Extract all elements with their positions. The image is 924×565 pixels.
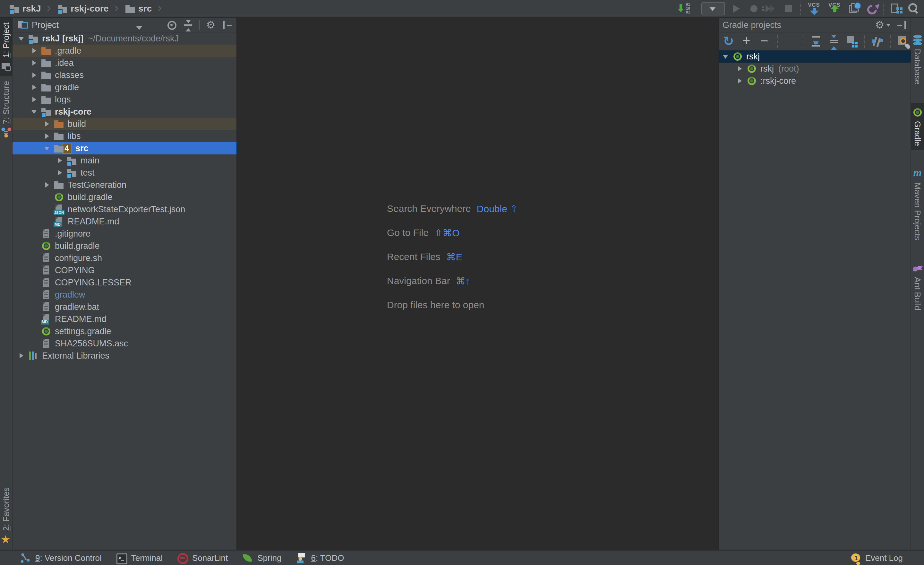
update-project-binary-icon[interactable]: 011001 xyxy=(679,2,696,15)
expand-arrow-icon[interactable] xyxy=(30,47,39,55)
project-view-dropdown-icon[interactable] xyxy=(136,26,142,33)
expand-arrow-icon[interactable] xyxy=(736,65,744,73)
tool-window-button[interactable]: 2: Favorites xyxy=(0,483,12,550)
tree-row[interactable]: rskJ [rskj] ~/Documents/code/rskJ xyxy=(12,32,237,45)
tree-row[interactable]: test xyxy=(12,167,237,179)
tree-row[interactable]: .gradle xyxy=(12,45,237,57)
expand-arrow-icon[interactable] xyxy=(44,132,52,140)
collapse-all-icon[interactable] xyxy=(183,19,194,31)
tool-window-button[interactable]: 1: Project xyxy=(0,18,12,77)
tree-row[interactable]: logs xyxy=(12,93,237,106)
statusbar-widget[interactable]: 6: TODO xyxy=(296,553,344,564)
gradle-settings-icon[interactable] xyxy=(898,36,909,47)
hide-panel-icon[interactable] xyxy=(222,19,233,31)
statusbar-widget[interactable]: Spring xyxy=(242,553,281,564)
expand-all-icon[interactable] xyxy=(810,36,822,47)
tree-row[interactable]: rskj xyxy=(718,50,910,63)
event-log-widget[interactable]: Event Log xyxy=(850,553,924,564)
statusbar-widget[interactable]: 9: Version Control xyxy=(20,553,102,564)
project-structure-icon[interactable] xyxy=(890,2,902,15)
expand-arrow-icon[interactable] xyxy=(44,120,52,128)
proj-icon xyxy=(1,61,12,72)
tree-row[interactable]: build.gradle xyxy=(12,191,237,203)
tree-row[interactable]: rskj (root) xyxy=(718,63,910,75)
project-panel-title[interactable]: Project xyxy=(32,20,59,30)
toolbar-separator xyxy=(864,35,866,48)
tree-row[interactable]: libs xyxy=(12,130,237,142)
breadcrumb-item[interactable]: src xyxy=(123,3,164,15)
vcs-update-button[interactable]: VCS xyxy=(807,2,822,15)
tree-row[interactable]: COPYING.LESSER xyxy=(12,276,237,289)
offline-mode-icon[interactable] xyxy=(872,36,884,47)
tool-window-button[interactable]: Gradle xyxy=(911,103,924,150)
run-configuration-select[interactable] xyxy=(701,2,725,15)
tool-window-button[interactable]: Database xyxy=(911,31,924,88)
tree-item-label: README.md xyxy=(68,217,119,227)
tree-row[interactable]: main xyxy=(12,155,237,167)
tree-row[interactable]: TestGeneration xyxy=(12,179,237,191)
statusbar-widget[interactable]: SonarLint xyxy=(177,553,228,564)
expand-arrow-icon[interactable] xyxy=(30,95,39,104)
expand-arrow-icon[interactable] xyxy=(18,352,26,360)
statusbar-widget-label: Terminal xyxy=(131,553,163,563)
tree-row[interactable]: .gitignore xyxy=(12,228,237,240)
gradle-settings[interactable]: ⚙ xyxy=(874,19,891,31)
rollback-button[interactable] xyxy=(866,2,877,15)
panel-settings[interactable]: ⚙ xyxy=(205,19,217,31)
breadcrumb-item[interactable]: rskj-core xyxy=(55,3,121,15)
debug-button[interactable] xyxy=(748,2,760,15)
expand-arrow-icon[interactable] xyxy=(736,77,744,85)
toolbar-separator xyxy=(890,35,891,48)
tree-row[interactable]: External Libraries xyxy=(12,350,237,362)
expand-arrow-icon[interactable] xyxy=(56,168,64,177)
run-gradle-task-icon[interactable] xyxy=(785,36,796,47)
attach-project-icon[interactable] xyxy=(741,36,753,47)
tree-row[interactable]: rskj-core xyxy=(12,106,237,118)
tree-row[interactable]: configure.sh xyxy=(12,252,237,264)
expand-arrow-icon[interactable] xyxy=(30,59,39,67)
expand-arrow-icon[interactable] xyxy=(722,52,730,61)
tree-row[interactable]: COPYING xyxy=(12,264,237,276)
tree-row[interactable]: classes xyxy=(12,69,237,81)
tree-row[interactable]: 4 src xyxy=(12,142,237,155)
tree-row[interactable]: README.md xyxy=(12,313,237,325)
stop-button[interactable] xyxy=(783,2,794,15)
expand-arrow-icon[interactable] xyxy=(56,156,64,165)
statusbar-widget[interactable]: Terminal xyxy=(116,553,163,564)
tree-row[interactable]: gradlew.bat xyxy=(12,301,237,313)
tree-row[interactable]: :rskj-core xyxy=(718,75,910,87)
expand-arrow-icon[interactable] xyxy=(30,71,39,79)
tree-row[interactable]: SHA256SUMS.asc xyxy=(12,337,237,350)
folder-icon xyxy=(125,3,136,14)
run-with-coverage-button[interactable] xyxy=(765,2,777,15)
tree-row[interactable]: .idea xyxy=(12,57,237,69)
expand-arrow-icon[interactable] xyxy=(18,35,26,43)
tree-row[interactable]: networkStateExporterTest.json xyxy=(12,203,237,215)
recent-changes-icon[interactable] xyxy=(848,2,860,15)
tree-row[interactable]: README.md xyxy=(12,215,237,228)
expand-arrow-icon[interactable] xyxy=(44,144,52,152)
group-modules-icon[interactable] xyxy=(846,36,858,47)
hide-panel-icon[interactable] xyxy=(896,19,908,31)
breadcrumb-item[interactable]: rskJ xyxy=(7,3,53,15)
tree-row[interactable]: build.gradle xyxy=(12,240,237,252)
scroll-to-source-icon[interactable] xyxy=(166,19,177,31)
expand-arrow-icon[interactable] xyxy=(30,83,39,92)
expand-arrow-icon[interactable] xyxy=(44,181,52,189)
tool-window-button[interactable]: Ant Build xyxy=(911,259,924,314)
detach-project-icon[interactable] xyxy=(759,36,771,47)
collapse-all-icon[interactable] xyxy=(828,36,840,47)
tool-window-button[interactable]: 7: Structure xyxy=(0,77,12,143)
run-button[interactable] xyxy=(731,2,742,15)
tool-window-button[interactable]: Maven Projects xyxy=(911,165,924,244)
tree-row[interactable]: gradle xyxy=(12,81,237,93)
tree-row[interactable]: settings.gradle xyxy=(12,325,237,337)
vcs-commit-button[interactable]: VCS xyxy=(828,2,843,15)
folder-module-icon xyxy=(66,155,77,166)
expand-arrow-icon[interactable] xyxy=(30,108,39,116)
search-everywhere-icon[interactable] xyxy=(908,2,919,15)
tree-row[interactable]: gradlew xyxy=(12,289,237,301)
tree-row[interactable]: build xyxy=(12,118,237,130)
refresh-gradle-icon[interactable] xyxy=(723,36,735,47)
folder-excluded-icon xyxy=(41,45,52,56)
